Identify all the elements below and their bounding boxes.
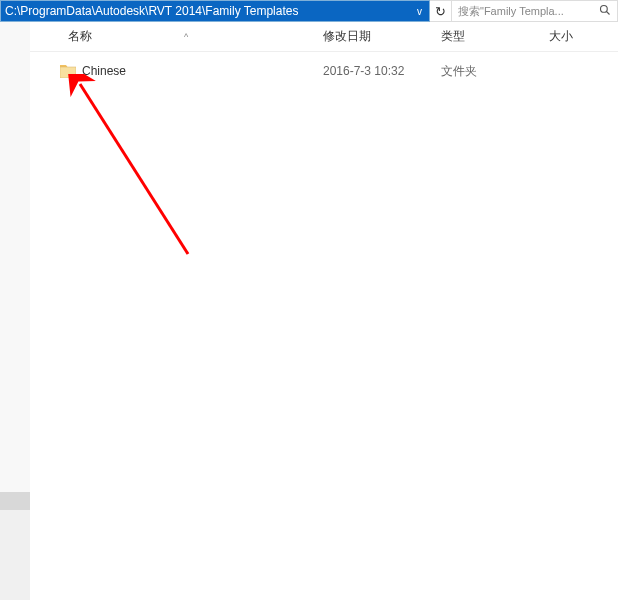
- column-type[interactable]: 类型: [433, 22, 541, 51]
- refresh-icon: ↻: [435, 4, 446, 19]
- nav-sidebar[interactable]: [0, 22, 30, 600]
- address-bar[interactable]: C:\ProgramData\Autodesk\RVT 2014\Family …: [0, 0, 430, 22]
- search-icon: [599, 4, 611, 19]
- column-headers: 名称 ^ 修改日期 类型 大小: [30, 22, 618, 52]
- column-date-label: 修改日期: [323, 28, 371, 45]
- column-type-label: 类型: [441, 28, 465, 45]
- item-name: Chinese: [82, 64, 126, 78]
- column-name-label: 名称: [68, 28, 92, 45]
- refresh-button[interactable]: ↻: [430, 0, 452, 22]
- main-area: 名称 ^ 修改日期 类型 大小 Chinese 2016-7-3 10:32: [0, 22, 618, 600]
- search-input[interactable]: 搜索"Family Templa...: [452, 0, 618, 22]
- column-date[interactable]: 修改日期: [315, 22, 433, 51]
- sort-indicator-icon: ^: [184, 32, 188, 42]
- column-size-label: 大小: [549, 28, 573, 45]
- column-name[interactable]: 名称 ^: [30, 22, 315, 51]
- folder-icon: [60, 65, 76, 78]
- chevron-down-icon[interactable]: v: [414, 6, 425, 17]
- svg-line-1: [607, 11, 610, 14]
- item-name-cell: Chinese: [30, 64, 315, 78]
- item-type: 文件夹: [433, 63, 541, 80]
- sidebar-section: [0, 510, 30, 600]
- item-date: 2016-7-3 10:32: [315, 64, 433, 78]
- sidebar-section: [0, 492, 30, 510]
- toolbar: C:\ProgramData\Autodesk\RVT 2014\Family …: [0, 0, 618, 22]
- sidebar-section: [0, 22, 30, 492]
- svg-rect-2: [60, 67, 76, 78]
- address-path: C:\ProgramData\Autodesk\RVT 2014\Family …: [5, 4, 298, 18]
- svg-point-0: [601, 5, 608, 12]
- search-placeholder: 搜索"Family Templa...: [458, 4, 564, 19]
- list-item[interactable]: Chinese 2016-7-3 10:32 文件夹: [30, 60, 618, 82]
- column-size[interactable]: 大小: [541, 22, 618, 51]
- file-list: 名称 ^ 修改日期 类型 大小 Chinese 2016-7-3 10:32: [30, 22, 618, 600]
